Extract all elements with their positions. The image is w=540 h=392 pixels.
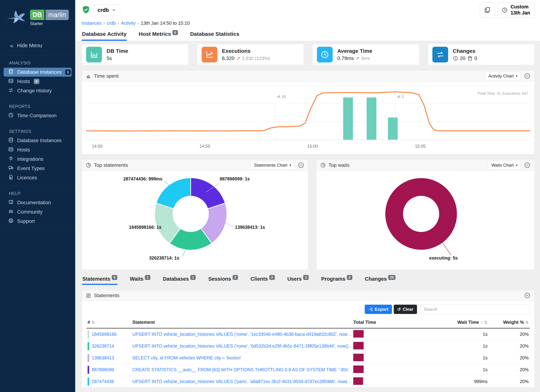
column-header-wait-time[interactable]: Wait Time↑⇅ <box>429 319 488 325</box>
clock-icon <box>502 7 508 13</box>
metric-card: Average Time 0.79ms ↗ 0ms <box>312 44 419 65</box>
svg-text:⇄ 2: ⇄ 2 <box>397 94 404 99</box>
collapse-panel-button[interactable] <box>524 162 530 169</box>
sidebar-item-label: Integrations <box>17 156 43 162</box>
time-range-button[interactable]: Custom 13th Jan <box>497 3 535 18</box>
table-row: 1845898166 UPSERT INTO vehicle_location_… <box>86 328 530 340</box>
sort-icon: ⇅ <box>525 320 529 325</box>
breadcrumb-item[interactable]: Activity <box>121 20 135 26</box>
svg-text:⇄ 16: ⇄ 16 <box>277 94 286 99</box>
wait-time-value: 1s <box>429 355 488 361</box>
column-header-weight[interactable]: Weight %⇅ <box>488 319 529 325</box>
licence-icon <box>8 174 14 181</box>
main-tab[interactable]: Database Statistics <box>190 29 240 41</box>
sidebar-item[interactable]: Documentation <box>4 198 72 207</box>
database-icon <box>8 137 14 144</box>
hide-menu-label: Hide Menu <box>17 43 42 49</box>
count-badge: 1 <box>190 275 196 280</box>
sidebar-section-title: REPORTS <box>0 99 75 111</box>
minus-circle-icon <box>524 73 530 79</box>
statement-text-link[interactable]: UPSERT INTO vehicle_location_histories V… <box>132 332 353 337</box>
breadcrumb-item[interactable]: crdb <box>107 20 116 26</box>
total-time-bar <box>353 354 364 361</box>
main-tab-label: Host Metrics <box>139 31 171 37</box>
detail-tab[interactable]: Sessions2 <box>208 275 238 285</box>
detail-tab-label: Clients <box>250 276 268 282</box>
statement-id-link[interactable]: 287474436 <box>92 379 114 384</box>
copy-button[interactable] <box>480 3 495 18</box>
sidebar-item[interactable]: Support <box>4 217 72 226</box>
activity-chart-dropdown[interactable]: Activity Chart▾ <box>485 72 521 80</box>
caret-down-icon: ▾ <box>516 163 517 167</box>
main-tabs: Database Activity Host Metrics0 Database… <box>75 29 540 41</box>
sidebar: DBmarlin Starter « Hide Menu ANALYSIS Da… <box>0 0 75 392</box>
breadcrumb-item[interactable]: Instances <box>82 20 101 26</box>
main-tab[interactable]: Database Activity <box>82 29 127 41</box>
clear-button[interactable]: ↺ Clear <box>394 305 417 314</box>
detail-tab[interactable]: Databases1 <box>163 275 196 285</box>
time-range-mode: Custom <box>510 4 530 10</box>
count-badge: 2 <box>269 275 275 280</box>
detail-tab[interactable]: Changes20 <box>365 275 396 285</box>
detail-tab-label: Waits <box>130 276 143 282</box>
sidebar-item-label: Time Comparison <box>17 113 57 119</box>
sidebar-item[interactable]: Hosts <box>4 145 72 154</box>
sidebar-item[interactable]: Community <box>4 208 72 216</box>
sidebar-item[interactable]: Hosts 0 <box>4 77 72 86</box>
donut-label: 1845898166: 1s <box>92 225 161 230</box>
statement-id-link[interactable]: 887898099 <box>92 367 114 372</box>
sidebar-item[interactable]: Time Comparison <box>4 111 72 120</box>
detail-tab[interactable]: Clients2 <box>250 275 275 285</box>
breadcrumb-item[interactable]: 13th Jan 14:50 to 15:10 <box>141 20 190 26</box>
sidebar-item[interactable]: Event Types <box>4 164 72 173</box>
sidebar-item[interactable]: Integrations <box>4 155 72 164</box>
statement-text-link[interactable]: UPSERT INTO vehicle_location_histories V… <box>132 379 353 384</box>
breadcrumb-separator: › <box>103 20 105 26</box>
hide-menu-button[interactable]: « Hide Menu <box>0 36 75 55</box>
undo-icon: ↺ <box>397 307 401 312</box>
sidebar-item[interactable]: Licences <box>4 173 72 182</box>
statement-id-link[interactable]: 1845898166 <box>92 332 117 337</box>
metric-label: Average Time <box>337 48 372 54</box>
export-button[interactable]: Export <box>365 305 392 314</box>
column-header-statement[interactable]: Statement <box>132 319 353 325</box>
search-input[interactable] <box>420 304 530 314</box>
collapse-panel-button[interactable] <box>298 162 304 169</box>
detail-tab[interactable]: Statements5 <box>82 275 118 285</box>
sidebar-item[interactable]: Change History <box>4 86 72 95</box>
statement-id-link[interactable]: 326238714 <box>92 343 114 349</box>
detail-tab[interactable]: Users2 <box>287 275 309 285</box>
sidebar-item[interactable]: Database Instances 1 <box>4 68 72 77</box>
statements-chart-dropdown[interactable]: Statements Chart▾ <box>250 161 295 169</box>
instance-selector[interactable]: crdb <box>94 5 120 16</box>
main-tab[interactable]: Host Metrics0 <box>138 29 178 41</box>
server-icon <box>8 78 14 85</box>
statement-text-link[interactable]: CREATE STATISTICS __auto__ FROM [63] WIT… <box>132 367 353 372</box>
metric-value: 0.79ms <box>337 55 354 61</box>
sidebar-item-label: Hosts <box>17 147 30 153</box>
breadcrumb-separator: › <box>138 20 139 26</box>
detail-tab[interactable]: Waits1 <box>130 275 151 285</box>
swap-icon <box>432 47 448 62</box>
statement-id-link[interactable]: 139638413 <box>92 355 114 361</box>
collapse-panel-button[interactable] <box>524 73 530 79</box>
statement-text-link[interactable]: UPSERT INTO vehicle_location_histories V… <box>132 343 353 349</box>
svg-text:15:00: 15:00 <box>307 144 318 149</box>
events-count: 0 <box>475 55 477 61</box>
database-icon <box>8 69 14 75</box>
content: DB Time 5s Executions <box>75 41 540 392</box>
main-tab-label: Database Statistics <box>190 31 239 37</box>
column-header-total-time[interactable]: Total Time <box>353 319 429 325</box>
metric-label: Executions <box>222 48 270 54</box>
main-tab-label: Database Activity <box>82 31 127 37</box>
time-range-date: 13th Jan <box>510 10 530 16</box>
statement-text-link[interactable]: SELECT city, id FROM vehicles WHERE city… <box>132 355 353 361</box>
statement-color-chip <box>88 377 89 386</box>
waits-chart-dropdown[interactable]: Waits Chart▾ <box>488 161 521 169</box>
total-time-bar <box>353 330 364 337</box>
collapse-panel-button[interactable] <box>524 292 530 299</box>
sidebar-item[interactable]: Database Instances <box>4 136 72 145</box>
column-header-id[interactable]: #⇅ <box>88 319 132 325</box>
detail-tab[interactable]: Programs2 <box>321 275 353 285</box>
dbmarlin-app: DBmarlin Starter « Hide Menu ANALYSIS Da… <box>0 0 540 392</box>
